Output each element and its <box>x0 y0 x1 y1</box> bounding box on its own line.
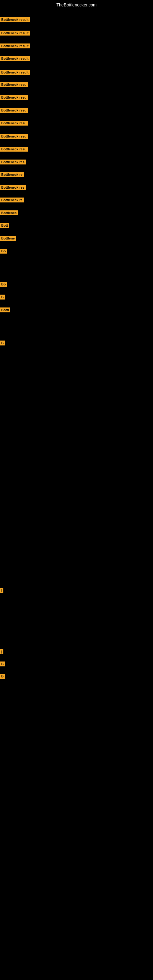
bottleneck-result-label-37: B <box>0 662 5 667</box>
bottleneck-result-label-21: Bo <box>0 282 7 286</box>
bottleneck-result-label-19: Bo <box>0 249 7 254</box>
bottleneck-result-label-33: | <box>0 588 3 593</box>
bottleneck-result-label-7: Bottleneck resu <box>0 95 28 100</box>
bottleneck-result-label-18: Bottlene <box>0 236 16 241</box>
bottleneck-result-label-2: Bottleneck result <box>0 30 30 35</box>
bottleneck-result-label-17: Bott <box>0 223 9 228</box>
bottleneck-result-label-23: Bottl <box>0 307 10 312</box>
bottleneck-result-label-9: Bottleneck resu <box>0 121 28 126</box>
bottleneck-result-label-8: Bottleneck resu <box>0 108 28 113</box>
bottleneck-result-label-38: B <box>0 674 5 679</box>
bottleneck-result-label-25: B <box>0 340 5 345</box>
bottleneck-result-label-3: Bottleneck result <box>0 43 30 48</box>
site-title: TheBottlenecker.com <box>0 0 153 10</box>
bottleneck-result-label-11: Bottleneck resu <box>0 147 28 151</box>
bottleneck-result-label-13: Bottleneck re <box>0 172 24 177</box>
bottleneck-result-label-22: B <box>0 294 5 299</box>
bottleneck-result-label-15: Bottleneck re <box>0 197 24 202</box>
bottleneck-result-label-5: Bottleneck result <box>0 70 30 75</box>
bottleneck-result-label-4: Bottleneck result <box>0 56 30 61</box>
bottleneck-result-label-1: Bottleneck result <box>0 17 30 22</box>
bottleneck-result-label-6: Bottleneck resu <box>0 82 28 87</box>
bottleneck-result-label-12: Bottleneck res <box>0 159 26 164</box>
bottleneck-result-label-36: | <box>0 649 3 654</box>
bottleneck-result-label-10: Bottleneck resu <box>0 134 28 139</box>
bottleneck-result-label-16: Bottlenec <box>0 210 18 215</box>
bottleneck-result-label-14: Bottleneck res <box>0 185 26 190</box>
